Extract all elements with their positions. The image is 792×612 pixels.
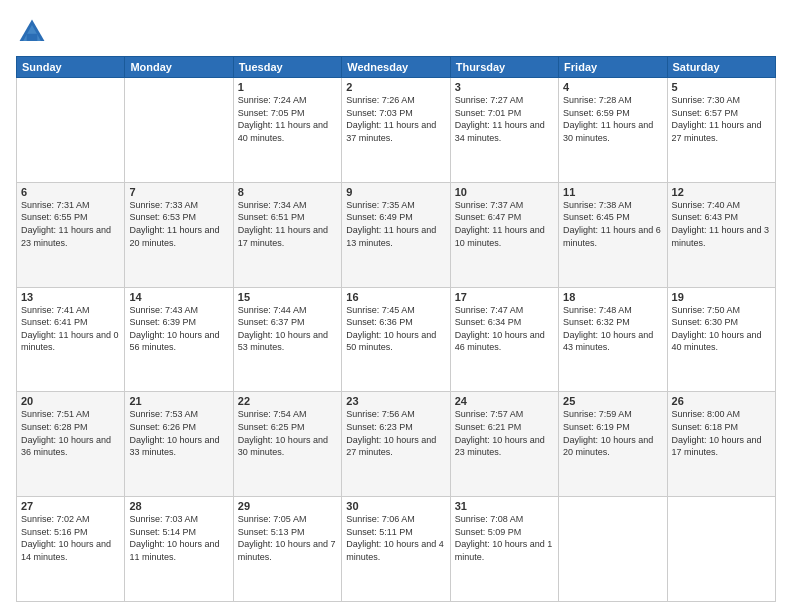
day-number: 26 <box>672 395 771 407</box>
day-number: 8 <box>238 186 337 198</box>
day-info: Sunrise: 7:08 AM Sunset: 5:09 PM Dayligh… <box>455 513 554 563</box>
day-number: 18 <box>563 291 662 303</box>
day-number: 23 <box>346 395 445 407</box>
day-info: Sunrise: 7:59 AM Sunset: 6:19 PM Dayligh… <box>563 408 662 458</box>
day-info: Sunrise: 7:28 AM Sunset: 6:59 PM Dayligh… <box>563 94 662 144</box>
calendar-cell: 12Sunrise: 7:40 AM Sunset: 6:43 PM Dayli… <box>667 182 775 287</box>
calendar-cell: 6Sunrise: 7:31 AM Sunset: 6:55 PM Daylig… <box>17 182 125 287</box>
calendar-cell: 13Sunrise: 7:41 AM Sunset: 6:41 PM Dayli… <box>17 287 125 392</box>
day-info: Sunrise: 7:38 AM Sunset: 6:45 PM Dayligh… <box>563 199 662 249</box>
day-info: Sunrise: 7:26 AM Sunset: 7:03 PM Dayligh… <box>346 94 445 144</box>
day-info: Sunrise: 7:45 AM Sunset: 6:36 PM Dayligh… <box>346 304 445 354</box>
header <box>16 16 776 48</box>
day-number: 28 <box>129 500 228 512</box>
calendar-cell: 24Sunrise: 7:57 AM Sunset: 6:21 PM Dayli… <box>450 392 558 497</box>
calendar-cell: 21Sunrise: 7:53 AM Sunset: 6:26 PM Dayli… <box>125 392 233 497</box>
calendar-cell: 2Sunrise: 7:26 AM Sunset: 7:03 PM Daylig… <box>342 78 450 183</box>
calendar: SundayMondayTuesdayWednesdayThursdayFrid… <box>16 56 776 602</box>
day-number: 21 <box>129 395 228 407</box>
calendar-cell: 18Sunrise: 7:48 AM Sunset: 6:32 PM Dayli… <box>559 287 667 392</box>
header-row: SundayMondayTuesdayWednesdayThursdayFrid… <box>17 57 776 78</box>
calendar-cell: 22Sunrise: 7:54 AM Sunset: 6:25 PM Dayli… <box>233 392 341 497</box>
calendar-cell: 26Sunrise: 8:00 AM Sunset: 6:18 PM Dayli… <box>667 392 775 497</box>
calendar-cell: 3Sunrise: 7:27 AM Sunset: 7:01 PM Daylig… <box>450 78 558 183</box>
day-number: 9 <box>346 186 445 198</box>
calendar-cell: 27Sunrise: 7:02 AM Sunset: 5:16 PM Dayli… <box>17 497 125 602</box>
calendar-cell: 30Sunrise: 7:06 AM Sunset: 5:11 PM Dayli… <box>342 497 450 602</box>
calendar-cell: 4Sunrise: 7:28 AM Sunset: 6:59 PM Daylig… <box>559 78 667 183</box>
day-info: Sunrise: 7:51 AM Sunset: 6:28 PM Dayligh… <box>21 408 120 458</box>
day-number: 30 <box>346 500 445 512</box>
day-header: Tuesday <box>233 57 341 78</box>
day-number: 1 <box>238 81 337 93</box>
day-number: 25 <box>563 395 662 407</box>
day-info: Sunrise: 7:50 AM Sunset: 6:30 PM Dayligh… <box>672 304 771 354</box>
day-header: Saturday <box>667 57 775 78</box>
day-header: Sunday <box>17 57 125 78</box>
logo <box>16 16 52 48</box>
day-info: Sunrise: 7:41 AM Sunset: 6:41 PM Dayligh… <box>21 304 120 354</box>
calendar-cell: 9Sunrise: 7:35 AM Sunset: 6:49 PM Daylig… <box>342 182 450 287</box>
calendar-cell: 19Sunrise: 7:50 AM Sunset: 6:30 PM Dayli… <box>667 287 775 392</box>
day-number: 16 <box>346 291 445 303</box>
day-number: 17 <box>455 291 554 303</box>
day-info: Sunrise: 7:56 AM Sunset: 6:23 PM Dayligh… <box>346 408 445 458</box>
day-number: 3 <box>455 81 554 93</box>
day-number: 15 <box>238 291 337 303</box>
day-info: Sunrise: 7:35 AM Sunset: 6:49 PM Dayligh… <box>346 199 445 249</box>
calendar-cell: 23Sunrise: 7:56 AM Sunset: 6:23 PM Dayli… <box>342 392 450 497</box>
svg-rect-2 <box>27 34 38 41</box>
day-header: Thursday <box>450 57 558 78</box>
calendar-cell <box>17 78 125 183</box>
day-number: 12 <box>672 186 771 198</box>
day-number: 31 <box>455 500 554 512</box>
logo-icon <box>16 16 48 48</box>
day-number: 2 <box>346 81 445 93</box>
week-row: 1Sunrise: 7:24 AM Sunset: 7:05 PM Daylig… <box>17 78 776 183</box>
day-info: Sunrise: 7:03 AM Sunset: 5:14 PM Dayligh… <box>129 513 228 563</box>
day-number: 20 <box>21 395 120 407</box>
day-number: 10 <box>455 186 554 198</box>
page: SundayMondayTuesdayWednesdayThursdayFrid… <box>0 0 792 612</box>
calendar-cell: 5Sunrise: 7:30 AM Sunset: 6:57 PM Daylig… <box>667 78 775 183</box>
day-info: Sunrise: 7:47 AM Sunset: 6:34 PM Dayligh… <box>455 304 554 354</box>
day-info: Sunrise: 7:37 AM Sunset: 6:47 PM Dayligh… <box>455 199 554 249</box>
day-number: 13 <box>21 291 120 303</box>
calendar-cell <box>559 497 667 602</box>
week-row: 6Sunrise: 7:31 AM Sunset: 6:55 PM Daylig… <box>17 182 776 287</box>
calendar-cell: 25Sunrise: 7:59 AM Sunset: 6:19 PM Dayli… <box>559 392 667 497</box>
week-row: 20Sunrise: 7:51 AM Sunset: 6:28 PM Dayli… <box>17 392 776 497</box>
day-number: 11 <box>563 186 662 198</box>
calendar-cell: 15Sunrise: 7:44 AM Sunset: 6:37 PM Dayli… <box>233 287 341 392</box>
day-info: Sunrise: 7:06 AM Sunset: 5:11 PM Dayligh… <box>346 513 445 563</box>
day-header: Monday <box>125 57 233 78</box>
day-info: Sunrise: 7:33 AM Sunset: 6:53 PM Dayligh… <box>129 199 228 249</box>
day-number: 14 <box>129 291 228 303</box>
day-info: Sunrise: 7:27 AM Sunset: 7:01 PM Dayligh… <box>455 94 554 144</box>
calendar-cell: 16Sunrise: 7:45 AM Sunset: 6:36 PM Dayli… <box>342 287 450 392</box>
day-info: Sunrise: 7:31 AM Sunset: 6:55 PM Dayligh… <box>21 199 120 249</box>
day-number: 4 <box>563 81 662 93</box>
day-number: 19 <box>672 291 771 303</box>
day-number: 6 <box>21 186 120 198</box>
calendar-cell: 20Sunrise: 7:51 AM Sunset: 6:28 PM Dayli… <box>17 392 125 497</box>
calendar-cell: 11Sunrise: 7:38 AM Sunset: 6:45 PM Dayli… <box>559 182 667 287</box>
day-info: Sunrise: 7:24 AM Sunset: 7:05 PM Dayligh… <box>238 94 337 144</box>
calendar-cell: 7Sunrise: 7:33 AM Sunset: 6:53 PM Daylig… <box>125 182 233 287</box>
week-row: 13Sunrise: 7:41 AM Sunset: 6:41 PM Dayli… <box>17 287 776 392</box>
calendar-cell <box>125 78 233 183</box>
calendar-cell: 17Sunrise: 7:47 AM Sunset: 6:34 PM Dayli… <box>450 287 558 392</box>
day-number: 7 <box>129 186 228 198</box>
calendar-cell: 10Sunrise: 7:37 AM Sunset: 6:47 PM Dayli… <box>450 182 558 287</box>
calendar-cell: 1Sunrise: 7:24 AM Sunset: 7:05 PM Daylig… <box>233 78 341 183</box>
day-info: Sunrise: 7:30 AM Sunset: 6:57 PM Dayligh… <box>672 94 771 144</box>
calendar-cell: 8Sunrise: 7:34 AM Sunset: 6:51 PM Daylig… <box>233 182 341 287</box>
day-info: Sunrise: 7:53 AM Sunset: 6:26 PM Dayligh… <box>129 408 228 458</box>
calendar-cell <box>667 497 775 602</box>
day-info: Sunrise: 7:05 AM Sunset: 5:13 PM Dayligh… <box>238 513 337 563</box>
calendar-cell: 31Sunrise: 7:08 AM Sunset: 5:09 PM Dayli… <box>450 497 558 602</box>
day-number: 27 <box>21 500 120 512</box>
day-number: 29 <box>238 500 337 512</box>
day-info: Sunrise: 7:02 AM Sunset: 5:16 PM Dayligh… <box>21 513 120 563</box>
calendar-cell: 14Sunrise: 7:43 AM Sunset: 6:39 PM Dayli… <box>125 287 233 392</box>
